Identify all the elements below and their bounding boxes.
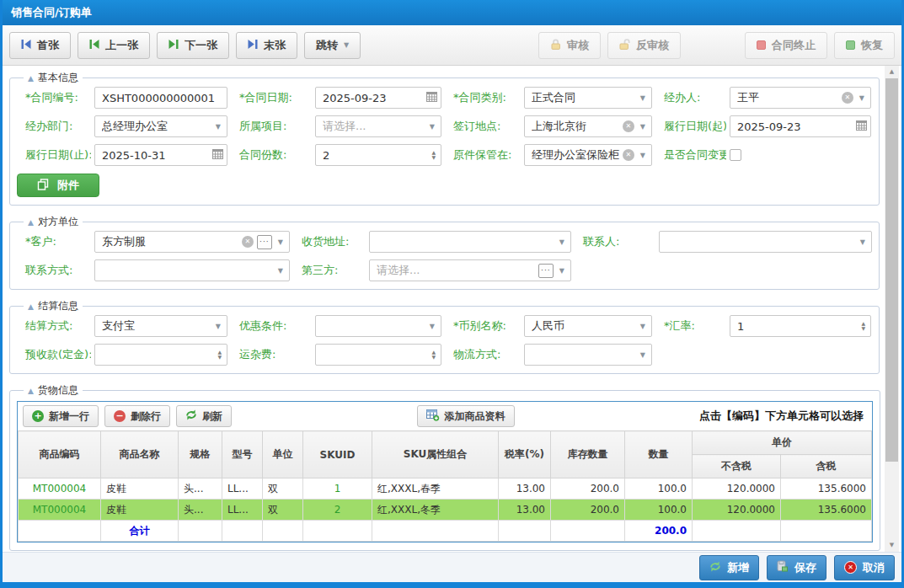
collapse-icon[interactable]: ▲	[28, 387, 34, 395]
cell-model[interactable]: LL...	[222, 500, 263, 521]
contract-type-combo[interactable]: 正式合同▼	[524, 87, 652, 109]
ship-address-combo[interactable]: ▼	[369, 231, 571, 253]
cell-sku-attr[interactable]: 红,XXXL,春季	[372, 478, 499, 500]
chevron-down-icon[interactable]: ▼	[638, 123, 648, 131]
collapse-icon[interactable]: ▲	[28, 218, 34, 227]
calendar-icon[interactable]	[212, 149, 223, 162]
third-party-combo[interactable]: 请选择...···▼	[369, 259, 571, 281]
cell-skuid[interactable]: 1	[303, 478, 372, 500]
chevron-down-icon[interactable]: ▼	[638, 152, 648, 159]
cell-sku-attr[interactable]: 红,XXXL,冬季	[372, 500, 499, 521]
save-button[interactable]: 保存	[767, 555, 826, 580]
cell-qty[interactable]: 100.0	[625, 500, 693, 521]
ellipsis-browse-icon[interactable]: ···	[257, 235, 272, 249]
cell-skuid[interactable]: 2	[303, 500, 372, 521]
cell-price-in[interactable]: 135.6000	[781, 500, 872, 521]
cell-tax[interactable]: 13.00	[499, 478, 551, 500]
clear-icon[interactable]: ✕	[842, 92, 853, 104]
cell-tax[interactable]: 13.00	[499, 500, 551, 521]
cell-unit[interactable]: 双	[263, 478, 303, 500]
dept-combo[interactable]: 总经理办公室▼	[94, 115, 227, 137]
chevron-down-icon[interactable]: ▼	[213, 323, 223, 330]
chevron-down-icon[interactable]: ▼	[427, 123, 437, 131]
cell-price-ex[interactable]: 120.0000	[693, 478, 781, 500]
cell-stock[interactable]: 200.0	[551, 478, 625, 500]
exchange-rate-spinner[interactable]: 1▲▼	[730, 315, 871, 337]
collapse-icon[interactable]: ▲	[28, 302, 34, 311]
discount-combo[interactable]: ▼	[315, 315, 441, 337]
next-record-button[interactable]: 下一张	[157, 32, 229, 59]
terminate-contract-button[interactable]: 合同终止	[745, 32, 827, 59]
cell-name[interactable]: 皮鞋	[101, 478, 179, 500]
cell-spec[interactable]: 头...	[179, 478, 222, 500]
contact-person-combo[interactable]: ▼	[659, 231, 872, 253]
clear-icon[interactable]: ✕	[242, 236, 254, 248]
contact-way-combo[interactable]: ▼	[94, 259, 290, 281]
prev-record-button[interactable]: 上一张	[78, 32, 150, 59]
currency-combo[interactable]: 人民币▼	[524, 315, 652, 337]
chevron-down-icon[interactable]: ▼	[857, 94, 867, 102]
chevron-down-icon[interactable]: ▼	[427, 323, 437, 330]
chevron-down-icon[interactable]: ▼	[858, 238, 868, 246]
add-row-button[interactable]: +新增一行	[23, 405, 99, 427]
cell-code[interactable]: MT000004	[19, 478, 101, 500]
first-record-button[interactable]: 首张	[9, 32, 71, 59]
project-combo[interactable]: 请选择...▼	[315, 115, 441, 137]
customer-combo[interactable]: 东方制服✕···▼	[94, 231, 290, 253]
vertical-scrollbar[interactable]: ▲ ▼	[885, 66, 899, 552]
start-date-input[interactable]: 2025-09-23	[730, 115, 871, 137]
cell-stock[interactable]: 200.0	[551, 500, 625, 521]
refresh-button[interactable]: 刷新	[176, 405, 232, 427]
delete-row-button[interactable]: −删除行	[104, 405, 170, 427]
settle-method-combo[interactable]: 支付宝▼	[94, 315, 227, 337]
freight-spinner[interactable]: ▲▼	[315, 344, 441, 366]
contract-no-input[interactable]: XSHT000000000001	[94, 87, 227, 109]
unaudit-button[interactable]: 反审核	[607, 32, 681, 59]
spinner-arrows-icon[interactable]: ▲▼	[217, 350, 223, 360]
clear-icon[interactable]: ✕	[623, 120, 634, 132]
chevron-down-icon[interactable]: ▼	[557, 267, 567, 275]
chevron-down-icon[interactable]: ▼	[638, 94, 648, 102]
cell-code[interactable]: MT000004	[19, 500, 101, 521]
clear-icon[interactable]: ✕	[623, 149, 634, 161]
end-date-input[interactable]: 2025-10-31	[94, 144, 227, 166]
ellipsis-browse-icon[interactable]: ···	[538, 264, 554, 278]
cell-model[interactable]: LL...	[222, 478, 263, 500]
add-product-button[interactable]: 添加商品资料	[417, 405, 515, 427]
contract-change-checkbox[interactable]	[730, 149, 741, 161]
cell-price-in[interactable]: 135.6000	[781, 478, 872, 500]
sign-place-combo[interactable]: 上海北京街✕▼	[524, 115, 652, 137]
chevron-down-icon[interactable]: ▼	[638, 323, 648, 330]
handler-combo[interactable]: 王平✕▼	[730, 87, 871, 109]
last-record-button[interactable]: 末张	[236, 32, 297, 59]
audit-button[interactable]: 审核	[538, 32, 601, 59]
jump-dropdown-button[interactable]: 跳转 ▼	[304, 32, 361, 59]
spinner-arrows-icon[interactable]: ▲▼	[431, 150, 437, 160]
cancel-button[interactable]: ✕ 取消	[834, 555, 895, 580]
chevron-down-icon[interactable]: ▼	[275, 267, 286, 275]
chevron-down-icon[interactable]: ▼	[213, 123, 223, 131]
restore-button[interactable]: 恢复	[834, 32, 895, 59]
keeper-combo[interactable]: 经理办公室保险柜✕▼	[524, 144, 652, 166]
chevron-down-icon[interactable]: ▼	[557, 238, 567, 246]
scrollbar-thumb[interactable]	[885, 78, 898, 462]
scroll-up-icon[interactable]: ▲	[885, 66, 899, 78]
cell-spec[interactable]: 头...	[179, 500, 222, 521]
cell-qty[interactable]: 100.0	[625, 478, 693, 500]
chevron-down-icon[interactable]: ▼	[275, 238, 286, 246]
copies-spinner[interactable]: 2▲▼	[315, 144, 441, 166]
contract-date-input[interactable]: 2025-09-23	[315, 87, 441, 109]
cell-name[interactable]: 皮鞋	[101, 500, 179, 521]
spinner-arrows-icon[interactable]: ▲▼	[861, 321, 867, 331]
cell-price-ex[interactable]: 120.0000	[693, 500, 781, 521]
deposit-spinner[interactable]: ▲▼	[94, 344, 227, 366]
collapse-icon[interactable]: ▲	[28, 74, 34, 83]
attachment-button[interactable]: 附件	[17, 174, 99, 197]
scroll-down-icon[interactable]: ▼	[885, 539, 899, 552]
cell-unit[interactable]: 双	[263, 500, 303, 521]
calendar-icon[interactable]	[426, 92, 437, 104]
spinner-arrows-icon[interactable]: ▲▼	[431, 350, 437, 360]
calendar-icon[interactable]	[856, 120, 867, 133]
add-new-button[interactable]: 新增	[699, 555, 759, 580]
chevron-down-icon[interactable]: ▼	[638, 351, 648, 359]
